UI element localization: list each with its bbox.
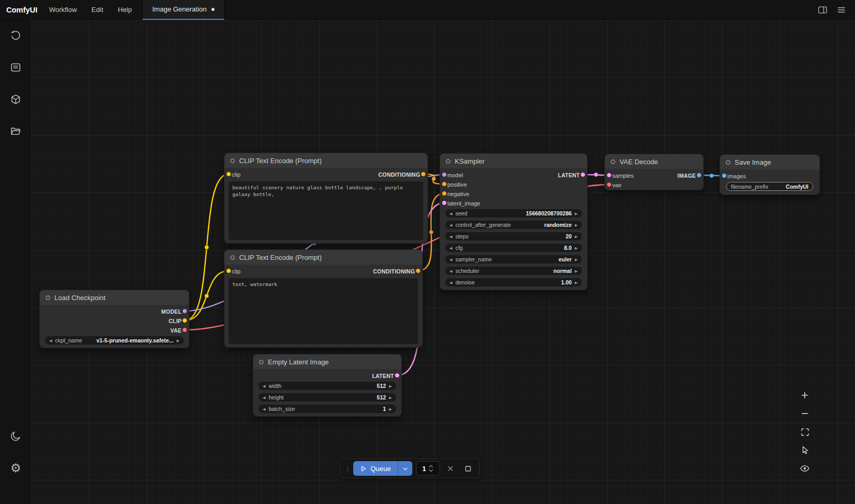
decrement-icon[interactable]: ◀ bbox=[449, 235, 452, 238]
menu-edit[interactable]: Edit bbox=[92, 6, 103, 14]
node-clip-text-encode-negative[interactable]: CLIP Text Encode (Prompt) clip CONDITION… bbox=[224, 249, 423, 348]
widget-sampler-name[interactable]: ◀ sampler_name euler ▶ bbox=[445, 255, 582, 264]
step-up-icon[interactable] bbox=[429, 465, 433, 468]
prev-option-icon[interactable]: ◀ bbox=[449, 269, 452, 273]
prompt-textarea[interactable]: beautiful scenery nature glass bottle la… bbox=[229, 181, 423, 240]
top-menubar: ComfyUI Workflow Edit Help Image Generat… bbox=[0, 0, 855, 20]
prev-option-icon[interactable]: ◀ bbox=[449, 223, 452, 227]
zoom-in-icon[interactable] bbox=[798, 388, 812, 402]
sidebar-item-node-library[interactable] bbox=[4, 56, 27, 79]
queue-button[interactable]: Queue bbox=[353, 461, 398, 476]
node-title-bar[interactable]: CLIP Text Encode (Prompt) bbox=[224, 250, 422, 265]
panel-toggle-icon[interactable] bbox=[817, 5, 828, 15]
increment-icon[interactable]: ▶ bbox=[575, 235, 578, 238]
sidebar-item-theme-toggle[interactable] bbox=[4, 425, 27, 448]
widget-scheduler[interactable]: ◀ scheduler normal ▶ bbox=[445, 267, 582, 275]
collapse-dot-icon[interactable] bbox=[46, 295, 50, 300]
widget-seed[interactable]: ◀ seed 156680208700286 ▶ bbox=[445, 209, 582, 217]
interrupt-button[interactable] bbox=[461, 462, 475, 475]
next-option-icon[interactable]: ▶ bbox=[575, 258, 578, 261]
collapse-dot-icon[interactable] bbox=[259, 360, 264, 364]
collapse-dot-icon[interactable] bbox=[446, 159, 451, 164]
play-icon bbox=[360, 465, 367, 472]
node-vae-decode[interactable]: VAE Decode samples IMAGE vae bbox=[604, 154, 704, 190]
cursor-icon[interactable] bbox=[798, 443, 812, 457]
output-label-conditioning: CONDITIONING bbox=[378, 171, 420, 178]
collapse-dot-icon[interactable] bbox=[230, 255, 235, 260]
increment-icon[interactable]: ▶ bbox=[389, 384, 392, 388]
node-title-bar[interactable]: CLIP Text Encode (Prompt) bbox=[224, 153, 428, 168]
decrement-icon[interactable]: ◀ bbox=[263, 396, 265, 399]
widget-batch-size[interactable]: ◀ batch_size 1 ▶ bbox=[258, 405, 396, 413]
decrement-icon[interactable]: ◀ bbox=[449, 246, 452, 250]
collapse-dot-icon[interactable] bbox=[726, 160, 730, 165]
step-down-icon[interactable] bbox=[429, 469, 433, 472]
node-title: Load Checkpoint bbox=[54, 294, 106, 302]
widget-name: filename_prefix bbox=[731, 184, 768, 190]
toggle-link-visibility-icon[interactable] bbox=[798, 462, 812, 475]
node-graph-canvas[interactable]: Load Checkpoint MODEL CLIP VAE ◀ ckpt_na… bbox=[31, 20, 855, 504]
node-library-icon bbox=[10, 62, 21, 73]
widget-filename-prefix[interactable]: filename_prefix ComfyUI bbox=[726, 182, 813, 191]
widget-value: 512 bbox=[377, 383, 386, 389]
decrement-icon[interactable]: ◀ bbox=[449, 281, 452, 284]
menu-help[interactable]: Help bbox=[118, 6, 132, 14]
prev-option-icon[interactable]: ◀ bbox=[49, 339, 52, 342]
sidebar-item-workflows[interactable] bbox=[4, 120, 27, 143]
drag-handle-icon[interactable]: ⋮ bbox=[344, 465, 350, 472]
node-ksampler[interactable]: KSampler model LATENT positive negative … bbox=[440, 153, 588, 290]
widget-ckpt-name[interactable]: ◀ ckpt_name v1-5-pruned-emaonly.safete..… bbox=[45, 336, 184, 345]
widget-value: normal bbox=[554, 268, 572, 274]
node-save-image[interactable]: Save Image images filename_prefix ComfyU… bbox=[719, 154, 820, 195]
zoom-out-icon[interactable] bbox=[798, 407, 812, 420]
prompt-textarea[interactable]: text, watermark bbox=[229, 278, 418, 344]
menu-workflow[interactable]: Workflow bbox=[49, 6, 77, 14]
clear-queue-button[interactable] bbox=[444, 462, 457, 475]
node-title-bar[interactable]: Load Checkpoint bbox=[40, 290, 189, 305]
next-option-icon[interactable]: ▶ bbox=[575, 223, 578, 227]
widget-steps[interactable]: ◀ steps 20 ▶ bbox=[445, 232, 582, 240]
node-title-bar[interactable]: VAE Decode bbox=[605, 154, 703, 169]
sidebar-item-queue-history[interactable] bbox=[4, 24, 27, 47]
widget-name: height bbox=[268, 394, 284, 400]
node-title-bar[interactable]: Save Image bbox=[720, 155, 819, 169]
widget-cfg[interactable]: ◀ cfg 8.0 ▶ bbox=[445, 244, 582, 252]
link-clip-to-negative-encode[interactable] bbox=[185, 271, 229, 320]
collapse-dot-icon[interactable] bbox=[230, 158, 235, 163]
increment-icon[interactable]: ▶ bbox=[389, 396, 392, 399]
widget-control-after-generate[interactable]: ◀ control_after_generate randomize ▶ bbox=[445, 221, 582, 229]
prev-option-icon[interactable]: ◀ bbox=[449, 258, 452, 261]
decrement-icon[interactable]: ◀ bbox=[449, 212, 452, 215]
widget-name: scheduler bbox=[455, 268, 479, 274]
unsaved-indicator-dot bbox=[211, 8, 215, 11]
decrement-icon[interactable]: ◀ bbox=[263, 384, 265, 388]
node-load-checkpoint[interactable]: Load Checkpoint MODEL CLIP VAE ◀ ckpt_na… bbox=[39, 290, 189, 348]
sidebar-item-model-library[interactable] bbox=[4, 88, 27, 111]
input-label-negative: negative bbox=[447, 191, 469, 197]
workflows-icon bbox=[10, 125, 21, 137]
fit-view-icon[interactable] bbox=[798, 425, 812, 439]
menu-icon[interactable] bbox=[836, 5, 847, 15]
node-empty-latent-image[interactable]: Empty Latent Image LATENT ◀ width 512 ▶ … bbox=[253, 354, 402, 417]
queue-options-dropdown[interactable] bbox=[398, 461, 412, 476]
next-option-icon[interactable]: ▶ bbox=[177, 339, 179, 342]
increment-icon[interactable]: ▶ bbox=[389, 407, 392, 411]
node-clip-text-encode-positive[interactable]: CLIP Text Encode (Prompt) clip CONDITION… bbox=[224, 153, 428, 244]
link-clip-to-positive-encode[interactable] bbox=[185, 174, 229, 320]
widget-width[interactable]: ◀ width 512 ▶ bbox=[258, 382, 396, 390]
node-title-bar[interactable]: KSampler bbox=[440, 154, 587, 168]
increment-icon[interactable]: ▶ bbox=[575, 281, 578, 284]
tab-image-generation[interactable]: Image Generation bbox=[142, 0, 224, 20]
queue-button-group: Queue bbox=[353, 461, 412, 476]
next-option-icon[interactable]: ▶ bbox=[575, 269, 578, 273]
widget-height[interactable]: ◀ height 512 ▶ bbox=[258, 393, 396, 402]
link-midpoint-dot bbox=[710, 174, 714, 178]
increment-icon[interactable]: ▶ bbox=[575, 246, 578, 250]
node-title-bar[interactable]: Empty Latent Image bbox=[253, 354, 401, 369]
sidebar-item-settings[interactable]: ⚙ bbox=[4, 456, 27, 479]
collapse-dot-icon[interactable] bbox=[611, 159, 615, 164]
decrement-icon[interactable]: ◀ bbox=[263, 407, 265, 411]
widget-denoise[interactable]: ◀ denoise 1.00 ▶ bbox=[445, 278, 582, 287]
increment-icon[interactable]: ▶ bbox=[575, 212, 578, 215]
batch-count-spinner[interactable]: 1 bbox=[416, 461, 440, 476]
